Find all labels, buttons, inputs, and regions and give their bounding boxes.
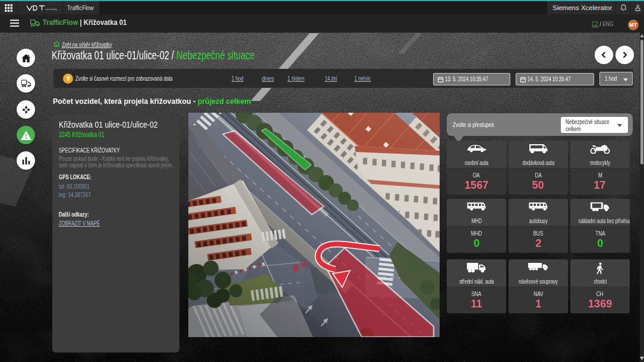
svg-text:technology: technology	[46, 8, 57, 11]
